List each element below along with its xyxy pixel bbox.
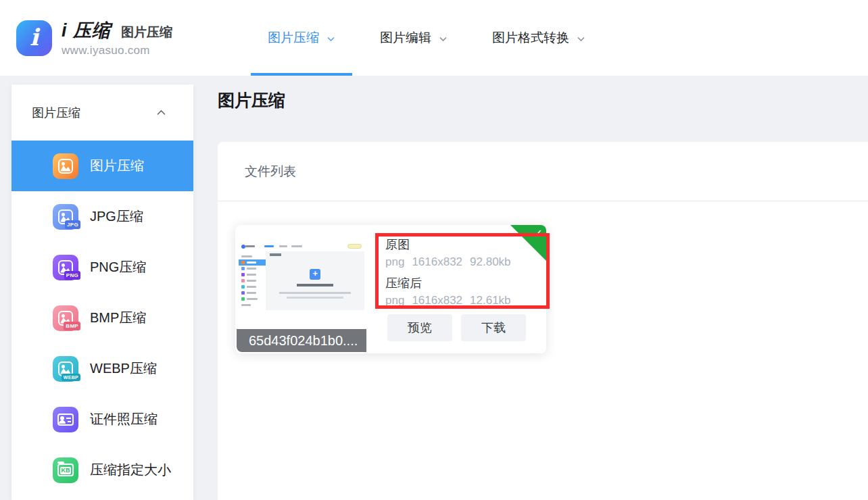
chevron-down-icon [327, 34, 335, 43]
original-meta: png1616x83292.80kb [385, 255, 519, 269]
nav-tab-label: 图片格式转换 [492, 29, 569, 47]
jpg-badge: JPG [65, 220, 80, 229]
app-header: i i 压缩 图片压缩 www.iyasuo.com 图片压缩 图片编辑 图片格… [0, 0, 868, 76]
original-dimensions: 1616x832 [412, 255, 462, 268]
png-icon: PNG [53, 255, 78, 280]
thumbnail-screenshot [239, 241, 364, 310]
compressed-meta: png1616x83212.61kb [385, 294, 519, 307]
jpg-icon: JPG [53, 204, 78, 230]
sidebar-item-label: 图片压缩 [90, 157, 144, 175]
bmp-icon: BMP [53, 305, 78, 331]
sidebar-item-label: BMP压缩 [90, 309, 146, 327]
sidebar-group-title: 图片压缩 [32, 105, 80, 121]
logo-icon: i [16, 20, 52, 56]
logo-text: i 压缩 图片压缩 www.iyasuo.com [62, 18, 172, 57]
webp-icon: WEBP [53, 356, 78, 382]
brand-name: i 压缩 [62, 18, 111, 43]
webp-badge: WEBP [62, 374, 80, 381]
main-content: 图片压缩 文件列表 ✓ [218, 76, 868, 500]
nav-tab-image-compress[interactable]: 图片压缩 [245, 0, 358, 76]
sidebar-item-compress-to-size[interactable]: KB 压缩指定大小 [11, 445, 193, 495]
nav-tab-format-convert[interactable]: 图片格式转换 [470, 0, 608, 76]
sidebar-item-webp-compress[interactable]: WEBP WEBP压缩 [11, 343, 193, 394]
top-nav: 图片压缩 图片编辑 图片格式转换 [245, 0, 608, 76]
sidebar-item-image-compress[interactable]: 图片压缩 [11, 141, 193, 191]
nav-tab-image-edit[interactable]: 图片编辑 [358, 0, 470, 76]
compressed-label: 压缩后 [385, 275, 519, 291]
file-list-title: 文件列表 [245, 163, 296, 180]
compressed-dimensions: 1616x832 [412, 294, 462, 307]
product-name: 图片压缩 [121, 24, 172, 41]
image-compress-icon [53, 153, 78, 179]
original-label: 原图 [385, 236, 519, 253]
file-list-card: 文件列表 ✓ [218, 142, 868, 500]
preview-button[interactable]: 预览 [387, 314, 452, 341]
sidebar-item-label: 证件照压缩 [90, 410, 158, 428]
png-badge: PNG [64, 271, 80, 280]
site-url: www.iyasuo.com [62, 44, 172, 57]
original-format: png [385, 255, 404, 268]
file-info: 原图 png1616x83292.80kb 压缩后 png1616x83212.… [385, 236, 519, 314]
sidebar-item-label: WEBP压缩 [90, 359, 157, 378]
sidebar-group-header[interactable]: 图片压缩 [11, 84, 193, 141]
chevron-down-icon [439, 34, 448, 43]
nav-tab-label: 图片编辑 [380, 29, 431, 47]
file-name: 65d43f024b1b0.... [237, 329, 366, 352]
logo: i i 压缩 图片压缩 www.iyasuo.com [16, 18, 172, 57]
sidebar-item-jpg-compress[interactable]: JPG JPG压缩 [11, 191, 193, 242]
file-list-header: 文件列表 [218, 142, 868, 201]
kb-badge: KB [60, 467, 71, 474]
download-button[interactable]: 下载 [461, 314, 526, 341]
sidebar-item-label: JPG压缩 [90, 207, 143, 226]
sidebar-item-id-photo-compress[interactable]: 证件照压缩 [11, 394, 193, 445]
id-card-icon [53, 407, 78, 432]
chevron-up-icon [156, 109, 166, 117]
sidebar-item-png-compress[interactable]: PNG PNG压缩 [11, 242, 193, 293]
file-item: ✓ [235, 225, 546, 353]
compressed-format: png [385, 294, 404, 307]
sidebar-item-label: 压缩指定大小 [90, 461, 171, 479]
file-thumbnail[interactable]: 65d43f024b1b0.... [237, 226, 366, 352]
sidebar: 图片压缩 图片压缩 JPG JPG压缩 PNG PNG压缩 BMP BMP压缩 [11, 84, 193, 500]
sidebar-item-label: PNG压缩 [90, 258, 146, 276]
file-actions: 预览 下载 [387, 314, 526, 341]
page-title: 图片压缩 [218, 89, 285, 111]
sidebar-item-bmp-compress[interactable]: BMP BMP压缩 [11, 293, 193, 343]
compressed-size: 12.61kb [470, 294, 511, 307]
kb-folder-icon: KB [53, 457, 78, 483]
nav-tab-label: 图片压缩 [268, 29, 319, 47]
check-icon: ✓ [534, 227, 543, 240]
original-size: 92.80kb [470, 255, 511, 268]
chevron-down-icon [577, 34, 585, 43]
bmp-badge: BMP [64, 322, 80, 330]
